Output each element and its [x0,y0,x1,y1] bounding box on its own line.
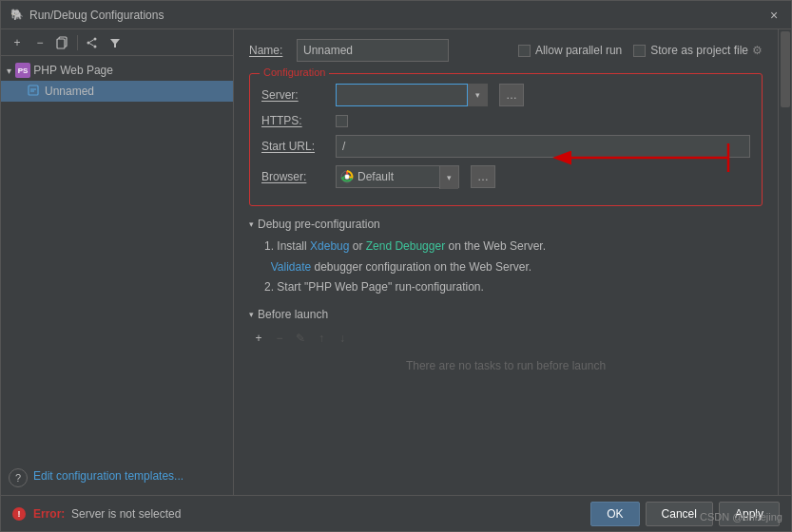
debug-validate-row: Validate debugger configuration on the W… [264,257,763,278]
tree-item-unnamed[interactable]: Unnamed [1,81,233,102]
browser-value: Default [357,170,394,183]
remove-config-button[interactable]: − [29,32,50,53]
debug-step1: 1. Install Xdebug or Zend Debugger on th… [264,237,763,257]
before-launch-triangle-icon: ▾ [249,310,254,319]
gear-icon[interactable]: ⚙ [752,44,763,57]
browser-display: Default ▾ [336,165,459,188]
error-label: Error: [33,507,65,521]
debug-step2: 2. Start "PHP Web Page" run-configuratio… [264,277,763,298]
allow-parallel-checkbox[interactable] [518,45,531,57]
browser-chrome-icon [340,170,354,183]
ps-icon: 🐘 [10,9,24,22]
browser-row: Browser: D [261,165,750,188]
debug-triangle-icon: ▾ [249,219,254,229]
left-panel: + − [1,29,234,495]
add-config-button[interactable]: + [7,32,28,53]
server-select[interactable] [336,84,488,106]
tree-group-php-web-page[interactable]: ▾ PS PHP Web Page [1,60,233,81]
zend-debugger-link[interactable]: Zend Debugger [366,239,445,253]
before-launch-edit-button[interactable]: ✎ [291,329,310,348]
right-panel: Name: Allow parallel run Store as projec… [234,29,778,395]
run-debug-dialog: 🐘 Run/Debug Configurations × + − [0,0,792,532]
title-bar: 🐘 Run/Debug Configurations × [1,1,791,29]
start-url-row: Start URL: [261,135,750,158]
tree-item-icon [28,84,41,100]
error-icon: ! [12,507,26,521]
bottom-bar: ! Error: Server is not selected OK Cance… [1,495,791,531]
server-select-wrapper: ▾ [336,84,488,106]
copy-config-button[interactable] [52,32,73,53]
before-launch-up-button[interactable]: ↑ [312,329,331,348]
filter-config-button[interactable] [105,32,126,53]
server-dots-button[interactable]: … [499,84,524,106]
help-button[interactable]: ? [9,468,28,487]
https-checkbox[interactable] [336,115,348,127]
svg-point-12 [345,175,350,180]
name-label: Name: [249,44,297,57]
config-toolbar: + − [1,29,233,56]
title-bar-left: 🐘 Run/Debug Configurations [10,9,164,22]
right-panel-wrapper: Name: Allow parallel run Store as projec… [234,29,778,495]
toolbar-separator [77,35,78,50]
svg-rect-1 [57,39,65,48]
before-launch-remove-button[interactable]: − [270,329,289,348]
server-row: Server: ▾ … [261,84,750,106]
scrollbar-thumb[interactable] [781,31,790,107]
https-row: HTTPS: [261,114,750,127]
browser-select-arrow: ▾ [439,166,458,189]
before-launch-section: ▾ Before launch + − ✎ ↑ ↓ There are no t… [249,308,763,378]
dialog-title: Run/Debug Configurations [29,9,164,22]
debug-section: ▾ Debug pre-configuration 1. Install Xde… [249,218,763,298]
share-config-button[interactable] [82,32,103,53]
before-launch-header[interactable]: ▾ Before launch [249,308,763,321]
close-button[interactable]: × [766,8,782,23]
watermark: CSDN @unhejing [700,511,782,522]
server-label: Server: [261,88,328,102]
scrollbar[interactable] [778,29,791,495]
svg-rect-8 [29,86,38,95]
xdebug-link[interactable]: Xdebug [310,239,349,253]
name-input[interactable] [297,39,449,62]
https-label: HTTPS: [261,114,328,127]
ok-button[interactable]: OK [590,502,639,526]
svg-point-3 [87,41,90,44]
start-url-label: Start URL: [261,140,328,153]
config-tree: ▾ PS PHP Web Page Unnamed [1,56,233,260]
before-launch-toolbar: + − ✎ ↑ ↓ [249,327,763,350]
svg-point-2 [94,37,97,40]
validate-link[interactable]: Validate [271,260,311,274]
configuration-section: Configuration Server: ▾ … [249,73,763,206]
svg-point-4 [94,45,97,48]
edit-templates-link[interactable]: Edit configuration templates... [33,469,184,483]
error-text-content: Server is not selected [71,507,181,521]
expand-icon: ▾ [7,66,11,76]
configuration-legend: Configuration [260,66,329,78]
store-as-project-label[interactable]: Store as project file [633,44,748,57]
before-launch-add-button[interactable]: + [249,329,268,348]
browser-select-wrapper: Default ▾ [336,165,459,188]
error-message: Error: Server is not selected [33,507,583,521]
before-launch-empty: There are no tasks to run before launch [249,353,763,378]
svg-marker-7 [110,39,120,48]
browser-label: Browser: [261,170,328,183]
debug-section-header[interactable]: ▾ Debug pre-configuration [249,218,763,231]
before-launch-down-button[interactable]: ↓ [333,329,352,348]
php-icon: PS [15,63,30,78]
allow-parallel-label[interactable]: Allow parallel run [518,44,622,57]
debug-section-title: Debug pre-configuration [258,218,380,231]
tree-item-label: Unnamed [45,85,94,98]
before-launch-title: Before launch [258,308,328,321]
name-row: Name: Allow parallel run Store as projec… [249,39,763,62]
debug-content: 1. Install Xdebug or Zend Debugger on th… [249,237,763,298]
browser-dots-button[interactable]: … [471,165,495,188]
tree-group-label: PHP Web Page [33,64,113,77]
svg-line-5 [89,39,93,42]
store-as-project-checkbox[interactable] [633,45,646,57]
main-content: + − [1,29,791,495]
svg-line-6 [89,43,93,46]
start-url-input[interactable] [336,135,750,158]
